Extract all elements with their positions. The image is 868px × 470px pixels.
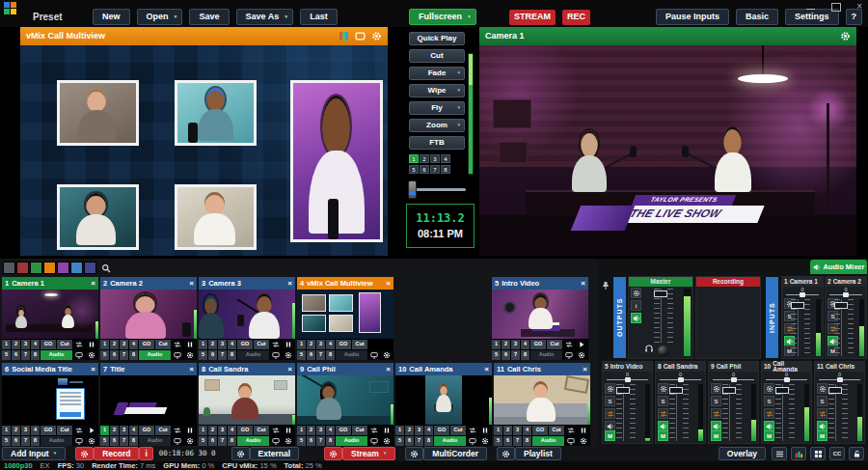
category-color-swatch[interactable] [84, 262, 96, 274]
channel-gear-icon[interactable] [605, 383, 615, 394]
add-input-button[interactable]: Add Input▼ [2, 447, 66, 460]
overlay-3-button[interactable]: 3 [120, 340, 128, 349]
overlay-1-button[interactable]: 1 [395, 426, 404, 435]
audio-meters-icon[interactable] [791, 447, 806, 460]
overlay-5-button[interactable]: 5 [297, 350, 306, 360]
pan-control[interactable]: 0 [782, 287, 823, 297]
overlay-8-button[interactable]: 8 [424, 436, 433, 446]
fader-handle[interactable] [828, 387, 842, 394]
input-title-bar[interactable]: 11Call Chris× [494, 363, 590, 375]
input-title-bar[interactable]: 4vMix Call Multiview× [297, 277, 393, 290]
audio-mixer-tab[interactable]: Audio Mixer [810, 260, 867, 274]
overlay-7-button[interactable]: 7 [21, 350, 30, 360]
fader-handle[interactable] [775, 387, 789, 394]
fullscreen-monitor-icon[interactable] [270, 350, 282, 360]
overlay-2-button[interactable]: 2 [502, 340, 510, 349]
go-button[interactable]: GO [41, 340, 56, 349]
overlay-4-button[interactable]: 4 [326, 426, 335, 435]
rec-indicator[interactable]: REC [562, 10, 590, 25]
pause-icon[interactable] [283, 426, 294, 435]
external-settings-gear-icon[interactable] [231, 447, 250, 460]
pause-icon[interactable] [479, 426, 491, 435]
speaker-icon[interactable] [631, 313, 641, 323]
input-title-bar[interactable]: 2Camera 2× [100, 277, 197, 290]
solo-button[interactable]: S [658, 396, 668, 406]
input-thumbnail[interactable] [2, 290, 98, 339]
overlay-1-button[interactable]: 1 [297, 426, 306, 435]
master-gear-icon[interactable] [631, 288, 641, 298]
overlay-7-button[interactable]: 7 [316, 436, 325, 446]
overlay-6-button[interactable]: 6 [12, 350, 20, 360]
overlay-3-button[interactable]: 3 [511, 340, 520, 349]
input-title-bar[interactable]: 5Intro Video× [492, 277, 588, 290]
solo-button[interactable]: S [711, 396, 721, 406]
input-thumbnail[interactable] [100, 375, 197, 425]
overlay-5-button[interactable]: 5 [492, 350, 501, 360]
cut-button[interactable]: Cut [450, 426, 466, 435]
input-thumbnail[interactable] [199, 375, 295, 425]
pause-icon[interactable] [184, 340, 196, 349]
overlay-1-button[interactable]: 1 [199, 340, 207, 349]
go-button[interactable]: GO [139, 340, 154, 349]
unlock-icon[interactable] [849, 447, 864, 460]
overlay-5-button[interactable]: 5 [100, 436, 109, 446]
fader-handle[interactable] [616, 387, 630, 394]
audio-toggle-button[interactable]: Audio [237, 350, 269, 360]
pan-control[interactable]: 0 [762, 372, 811, 382]
input-title-bar[interactable]: 6Social Media Title× [2, 363, 98, 375]
fullscreen-button[interactable]: Fullscreen▼ [409, 9, 476, 25]
fullscreen-monitor-icon[interactable] [172, 350, 183, 360]
overlay-7-button[interactable]: 7 [511, 350, 520, 360]
swap-icon[interactable] [172, 426, 183, 435]
bus-routing-icon[interactable] [605, 408, 615, 419]
audio-toggle-button[interactable]: Audio [336, 350, 367, 360]
close-input-icon[interactable]: × [91, 366, 95, 373]
pan-control[interactable]: 0 [656, 372, 705, 382]
input-gear-icon[interactable] [381, 436, 393, 446]
overlay-3-button[interactable]: 3 [21, 340, 30, 349]
cut-button[interactable]: Cut [254, 340, 269, 349]
close-input-icon[interactable]: × [189, 366, 194, 373]
pan-control[interactable]: 0 [709, 372, 758, 382]
display-icon[interactable] [354, 31, 366, 42]
stream-button[interactable]: Stream▼ [342, 447, 395, 460]
input-title-bar[interactable]: 8Call Sandra× [199, 363, 295, 375]
overlay-1-button[interactable]: 1 [100, 426, 109, 435]
pan-control[interactable]: 0 [603, 372, 652, 382]
cut-button[interactable]: Cut [352, 340, 367, 349]
pause-icon[interactable] [283, 340, 294, 349]
overlay-1-button[interactable]: 1 [199, 426, 207, 435]
mute-button[interactable]: M [658, 430, 668, 441]
overlay-6-button[interactable]: 6 [208, 436, 217, 446]
input-title-bar[interactable]: 9Call Phil× [297, 363, 393, 375]
overlay-7-button[interactable]: 7 [218, 350, 227, 360]
overlay-6-button[interactable]: 6 [307, 436, 315, 446]
overlay-7-button[interactable]: 7 [120, 350, 128, 360]
channel-gear-icon[interactable] [658, 383, 668, 394]
cut-button[interactable]: Cut [549, 426, 564, 435]
gear-icon[interactable] [839, 31, 851, 42]
go-button[interactable]: GO [530, 340, 546, 349]
overlay-1-button[interactable]: 1 [2, 340, 11, 349]
go-button[interactable]: GO [336, 426, 351, 435]
overlay-1-button[interactable]: 1 [297, 340, 306, 349]
input-gear-icon[interactable] [283, 436, 294, 446]
input-gear-icon[interactable] [578, 436, 589, 446]
overlay-6-button[interactable]: 6 [12, 436, 20, 446]
mute-button[interactable]: M [764, 430, 774, 441]
overlay-8-button[interactable]: 8 [326, 350, 335, 360]
audio-toggle-button[interactable]: Audio [41, 350, 72, 360]
audio-toggle-button[interactable]: Audio [139, 350, 171, 360]
bus-routing-icon[interactable] [764, 408, 774, 419]
fullscreen-monitor-icon[interactable] [172, 436, 183, 446]
t-bar-handle[interactable] [408, 180, 417, 199]
search-icon[interactable] [98, 262, 113, 274]
swap-icon[interactable] [563, 340, 575, 349]
stinger-1-button[interactable]: 1 [409, 154, 419, 163]
overlay-3-button[interactable]: 3 [316, 340, 325, 349]
overlay-3-button[interactable]: 3 [513, 426, 522, 435]
overlay-8-button[interactable]: 8 [523, 436, 531, 446]
close-input-icon[interactable]: × [189, 280, 194, 288]
category-color-swatch[interactable] [3, 262, 15, 274]
overlay-4-button[interactable]: 4 [228, 426, 236, 435]
